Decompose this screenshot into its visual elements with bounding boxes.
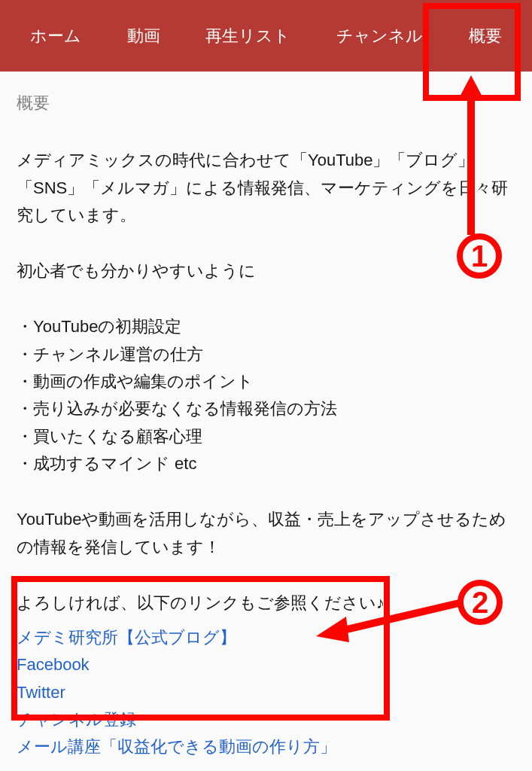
link-official-blog[interactable]: メデミ研究所【公式ブログ】: [17, 624, 515, 651]
list-item: 動画の作成や編集のポイント: [17, 368, 515, 395]
tab-home[interactable]: ホーム: [24, 17, 87, 55]
about-link-prompt: よろしければ、以下のリンクもご参照ください♪: [17, 590, 515, 617]
about-lead-in: 初心者でも分かりやすいように: [17, 258, 515, 285]
about-section-title: 概要: [17, 90, 515, 117]
link-facebook[interactable]: Facebook: [17, 651, 515, 678]
about-bullet-list: YouTubeの初期設定 チャンネル運営の仕方 動画の作成や編集のポイント 売り…: [17, 313, 515, 477]
list-item: 成功するマインド etc: [17, 450, 515, 477]
tab-about[interactable]: 概要: [463, 17, 508, 55]
link-mail-course[interactable]: メール講座「収益化できる動画の作り方」: [17, 733, 515, 760]
tab-channels[interactable]: チャンネル: [330, 17, 429, 55]
list-item: 買いたくなる顧客心理: [17, 423, 515, 450]
list-item: チャンネル運営の仕方: [17, 341, 515, 368]
channel-tab-bar: ホーム 動画 再生リスト チャンネル 概要: [0, 0, 532, 72]
link-subscribe[interactable]: チャンネル登録: [17, 706, 515, 733]
about-summary: YouTubeや動画を活用しながら、収益・売上をアップさせるための情報を発信して…: [17, 506, 515, 561]
about-content: 概要 メディアミックスの時代に合わせて「YouTube」「ブログ」「SNS」「メ…: [0, 72, 532, 771]
tab-playlists[interactable]: 再生リスト: [199, 17, 296, 55]
link-twitter[interactable]: Twitter: [17, 679, 515, 706]
about-registered-date: 2017/03/12 に登録: [17, 766, 515, 771]
list-item: YouTubeの初期設定: [17, 313, 515, 340]
tab-videos[interactable]: 動画: [121, 17, 166, 55]
about-intro: メディアミックスの時代に合わせて「YouTube」「ブログ」「SNS」「メルマガ…: [17, 147, 515, 229]
list-item: 売り込みが必要なくなる情報発信の方法: [17, 395, 515, 422]
about-links: メデミ研究所【公式ブログ】 Facebook Twitter チャンネル登録 メ…: [17, 624, 515, 760]
